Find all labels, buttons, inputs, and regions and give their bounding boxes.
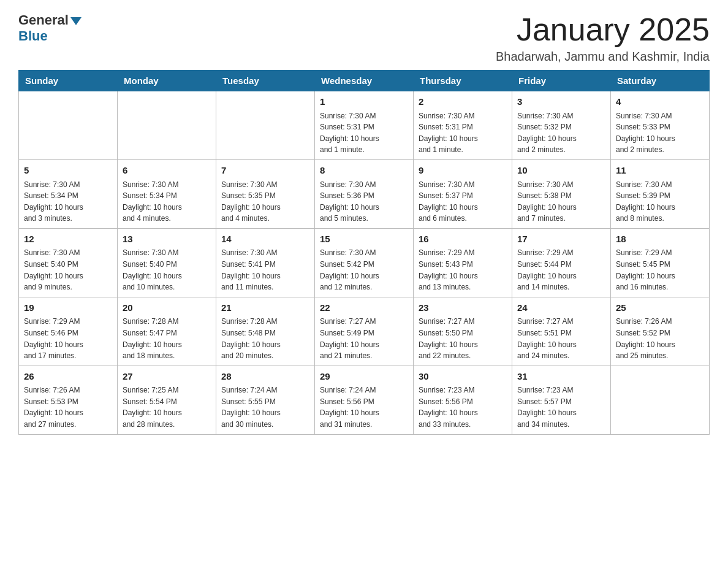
calendar-cell: 16Sunrise: 7:29 AMSunset: 5:43 PMDayligh… xyxy=(414,228,512,297)
calendar-header-sunday: Sunday xyxy=(19,71,118,91)
day-number: 23 xyxy=(419,301,507,315)
day-number: 27 xyxy=(123,370,211,384)
calendar-header-row: SundayMondayTuesdayWednesdayThursdayFrid… xyxy=(19,71,710,91)
day-info: Sunrise: 7:30 AMSunset: 5:36 PMDaylight:… xyxy=(320,179,408,224)
day-info: Sunrise: 7:30 AMSunset: 5:32 PMDaylight:… xyxy=(517,110,605,156)
day-info: Sunrise: 7:30 AMSunset: 5:33 PMDaylight:… xyxy=(616,110,704,156)
day-number: 5 xyxy=(24,164,112,178)
calendar-cell: 13Sunrise: 7:30 AMSunset: 5:40 PMDayligh… xyxy=(118,228,216,297)
page-header: General Blue January 2025 Bhadarwah, Jam… xyxy=(18,12,710,64)
day-number: 30 xyxy=(419,370,507,384)
calendar-cell: 22Sunrise: 7:27 AMSunset: 5:49 PMDayligh… xyxy=(315,297,414,366)
calendar-cell: 4Sunrise: 7:30 AMSunset: 5:33 PMDaylight… xyxy=(611,91,710,160)
day-info: Sunrise: 7:28 AMSunset: 5:47 PMDaylight:… xyxy=(123,316,211,361)
calendar-week-row: 1Sunrise: 7:30 AMSunset: 5:31 PMDaylight… xyxy=(19,91,710,160)
day-info: Sunrise: 7:26 AMSunset: 5:52 PMDaylight:… xyxy=(616,316,704,361)
day-number: 10 xyxy=(517,164,605,178)
calendar-header-friday: Friday xyxy=(512,71,611,91)
calendar-header-saturday: Saturday xyxy=(611,71,710,91)
calendar-cell xyxy=(611,366,710,434)
day-info: Sunrise: 7:29 AMSunset: 5:44 PMDaylight:… xyxy=(517,247,605,293)
calendar-cell: 8Sunrise: 7:30 AMSunset: 5:36 PMDaylight… xyxy=(315,160,414,229)
day-info: Sunrise: 7:29 AMSunset: 5:45 PMDaylight:… xyxy=(616,247,704,293)
day-number: 29 xyxy=(320,370,408,384)
calendar-cell: 14Sunrise: 7:30 AMSunset: 5:41 PMDayligh… xyxy=(216,228,315,297)
calendar-cell: 5Sunrise: 7:30 AMSunset: 5:34 PMDaylight… xyxy=(19,160,118,229)
logo: General Blue xyxy=(18,12,82,44)
day-number: 14 xyxy=(221,232,309,247)
day-info: Sunrise: 7:30 AMSunset: 5:39 PMDaylight:… xyxy=(616,179,704,224)
calendar-cell: 28Sunrise: 7:24 AMSunset: 5:55 PMDayligh… xyxy=(216,366,315,434)
day-number: 21 xyxy=(221,301,309,315)
day-number: 20 xyxy=(123,301,211,315)
day-number: 2 xyxy=(419,95,507,109)
day-info: Sunrise: 7:29 AMSunset: 5:46 PMDaylight:… xyxy=(24,316,112,361)
day-number: 6 xyxy=(123,164,211,178)
day-number: 9 xyxy=(419,164,507,178)
day-info: Sunrise: 7:30 AMSunset: 5:34 PMDaylight:… xyxy=(123,179,211,224)
calendar-table: SundayMondayTuesdayWednesdayThursdayFrid… xyxy=(18,70,710,434)
day-number: 1 xyxy=(320,95,408,109)
calendar-header-thursday: Thursday xyxy=(414,71,512,91)
calendar-header-monday: Monday xyxy=(118,71,216,91)
day-info: Sunrise: 7:30 AMSunset: 5:40 PMDaylight:… xyxy=(24,247,112,293)
day-number: 4 xyxy=(616,95,704,109)
day-info: Sunrise: 7:30 AMSunset: 5:34 PMDaylight:… xyxy=(24,179,112,224)
month-title: January 2025 xyxy=(496,12,710,47)
logo-triangle-icon xyxy=(70,17,82,25)
calendar-cell: 9Sunrise: 7:30 AMSunset: 5:37 PMDaylight… xyxy=(414,160,512,229)
day-info: Sunrise: 7:27 AMSunset: 5:50 PMDaylight:… xyxy=(419,316,507,361)
calendar-cell: 24Sunrise: 7:27 AMSunset: 5:51 PMDayligh… xyxy=(512,297,611,366)
calendar-week-row: 5Sunrise: 7:30 AMSunset: 5:34 PMDaylight… xyxy=(19,160,710,229)
day-number: 25 xyxy=(616,301,704,315)
title-block: January 2025 Bhadarwah, Jammu and Kashmi… xyxy=(496,12,710,64)
day-number: 16 xyxy=(419,232,507,247)
day-number: 19 xyxy=(24,301,112,315)
calendar-cell: 2Sunrise: 7:30 AMSunset: 5:31 PMDaylight… xyxy=(414,91,512,160)
calendar-cell xyxy=(118,91,216,160)
day-number: 7 xyxy=(221,164,309,178)
calendar-cell: 29Sunrise: 7:24 AMSunset: 5:56 PMDayligh… xyxy=(315,366,414,434)
day-info: Sunrise: 7:23 AMSunset: 5:56 PMDaylight:… xyxy=(419,385,507,430)
day-info: Sunrise: 7:24 AMSunset: 5:56 PMDaylight:… xyxy=(320,385,408,430)
day-info: Sunrise: 7:26 AMSunset: 5:53 PMDaylight:… xyxy=(24,385,112,430)
day-number: 17 xyxy=(517,232,605,247)
day-info: Sunrise: 7:30 AMSunset: 5:31 PMDaylight:… xyxy=(419,110,507,156)
calendar-cell: 27Sunrise: 7:25 AMSunset: 5:54 PMDayligh… xyxy=(118,366,216,434)
calendar-cell: 3Sunrise: 7:30 AMSunset: 5:32 PMDaylight… xyxy=(512,91,611,160)
calendar-cell: 21Sunrise: 7:28 AMSunset: 5:48 PMDayligh… xyxy=(216,297,315,366)
calendar-cell: 1Sunrise: 7:30 AMSunset: 5:31 PMDaylight… xyxy=(315,91,414,160)
day-info: Sunrise: 7:30 AMSunset: 5:41 PMDaylight:… xyxy=(221,247,309,293)
day-info: Sunrise: 7:27 AMSunset: 5:51 PMDaylight:… xyxy=(517,316,605,361)
day-info: Sunrise: 7:24 AMSunset: 5:55 PMDaylight:… xyxy=(221,385,309,430)
calendar-cell: 17Sunrise: 7:29 AMSunset: 5:44 PMDayligh… xyxy=(512,228,611,297)
day-number: 15 xyxy=(320,232,408,247)
day-info: Sunrise: 7:30 AMSunset: 5:42 PMDaylight:… xyxy=(320,247,408,293)
calendar-cell: 19Sunrise: 7:29 AMSunset: 5:46 PMDayligh… xyxy=(19,297,118,366)
calendar-cell: 15Sunrise: 7:30 AMSunset: 5:42 PMDayligh… xyxy=(315,228,414,297)
day-info: Sunrise: 7:25 AMSunset: 5:54 PMDaylight:… xyxy=(123,385,211,430)
calendar-cell xyxy=(19,91,118,160)
calendar-cell: 26Sunrise: 7:26 AMSunset: 5:53 PMDayligh… xyxy=(19,366,118,434)
calendar-cell: 25Sunrise: 7:26 AMSunset: 5:52 PMDayligh… xyxy=(611,297,710,366)
day-info: Sunrise: 7:30 AMSunset: 5:38 PMDaylight:… xyxy=(517,179,605,224)
day-info: Sunrise: 7:30 AMSunset: 5:40 PMDaylight:… xyxy=(123,247,211,293)
day-info: Sunrise: 7:29 AMSunset: 5:43 PMDaylight:… xyxy=(419,247,507,293)
day-number: 24 xyxy=(517,301,605,315)
calendar-cell: 31Sunrise: 7:23 AMSunset: 5:57 PMDayligh… xyxy=(512,366,611,434)
day-info: Sunrise: 7:30 AMSunset: 5:35 PMDaylight:… xyxy=(221,179,309,224)
calendar-header-wednesday: Wednesday xyxy=(315,71,414,91)
calendar-week-row: 26Sunrise: 7:26 AMSunset: 5:53 PMDayligh… xyxy=(19,366,710,434)
day-number: 26 xyxy=(24,370,112,384)
day-number: 12 xyxy=(24,232,112,247)
calendar-week-row: 12Sunrise: 7:30 AMSunset: 5:40 PMDayligh… xyxy=(19,228,710,297)
location-subtitle: Bhadarwah, Jammu and Kashmir, India xyxy=(496,50,710,64)
logo-blue-text: Blue xyxy=(18,28,48,44)
calendar-cell: 20Sunrise: 7:28 AMSunset: 5:47 PMDayligh… xyxy=(118,297,216,366)
calendar-week-row: 19Sunrise: 7:29 AMSunset: 5:46 PMDayligh… xyxy=(19,297,710,366)
day-info: Sunrise: 7:23 AMSunset: 5:57 PMDaylight:… xyxy=(517,385,605,430)
calendar-cell: 30Sunrise: 7:23 AMSunset: 5:56 PMDayligh… xyxy=(414,366,512,434)
calendar-cell xyxy=(216,91,315,160)
calendar-cell: 12Sunrise: 7:30 AMSunset: 5:40 PMDayligh… xyxy=(19,228,118,297)
calendar-cell: 7Sunrise: 7:30 AMSunset: 5:35 PMDaylight… xyxy=(216,160,315,229)
